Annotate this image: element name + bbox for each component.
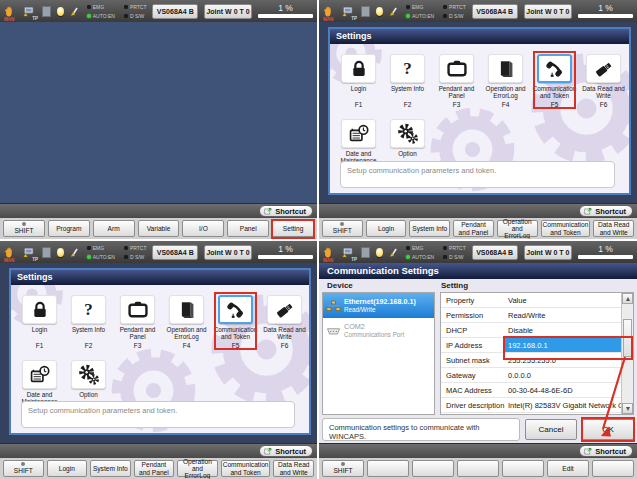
scroll-down-button[interactable]: [622, 403, 633, 414]
led-auto-enable: AUTO:EN: [87, 12, 115, 20]
fkey-arm[interactable]: Arm: [93, 220, 135, 237]
fkey-shift[interactable]: SHIFT: [322, 220, 363, 237]
fkey-system-info[interactable]: System Info: [90, 460, 131, 477]
settings-item-pendant-panel[interactable]: Pendant and Panel F3: [113, 295, 162, 349]
fkey-data-read-write[interactable]: Data Read and Write: [593, 220, 634, 237]
fkey-panel[interactable]: Panel: [227, 220, 269, 237]
fkey-empty-4[interactable]: [502, 460, 544, 477]
scroll-up-button[interactable]: [622, 293, 633, 304]
fkey-communication-token[interactable]: Communication and Token: [541, 220, 591, 237]
pendant-icon: [446, 58, 468, 80]
settings-item-system-info[interactable]: ? System Info F2: [64, 295, 113, 349]
fkey-system-info[interactable]: System Info: [409, 220, 450, 237]
ok-button[interactable]: OK: [582, 419, 634, 440]
fkey-shift[interactable]: SHIFT: [322, 460, 364, 477]
fkey-variable[interactable]: Variable: [138, 220, 180, 237]
fkey-pendant-panel[interactable]: Pendant and Panel: [453, 220, 494, 237]
settings-item-system-info[interactable]: ? System Info F2: [383, 54, 432, 108]
shortcut-button[interactable]: Shortcut: [579, 205, 633, 217]
fkey-empty-2[interactable]: [412, 460, 454, 477]
settings-window-title: Settings: [11, 270, 309, 285]
manual-mode-hand-icon: MAN: [4, 246, 17, 259]
device-item-ethernet[interactable]: Ethernet(192.168.0.1) Read/Write: [323, 293, 434, 318]
fkey-shift[interactable]: SHIFT: [3, 220, 45, 237]
settings-item-data-read-write[interactable]: Data Read and Write F6: [260, 295, 309, 349]
coordinate-mode-button[interactable]: Joint W 0 T 0: [204, 4, 252, 19]
fkey-operation-errorlog[interactable]: Operation and ErrorLog: [177, 460, 218, 477]
question-icon: ?: [403, 60, 412, 77]
settings-item-login[interactable]: Login F1: [15, 295, 64, 349]
shortcut-button[interactable]: Shortcut: [259, 445, 313, 457]
pendant-status-bar: MAN TP EMG AUTO:EN PRTCT D S/W VS068A4 B…: [319, 0, 637, 22]
status-caption-box: Communication settings to communicate wi…: [322, 418, 520, 441]
coordinate-mode-button[interactable]: Joint W 0 T 0: [204, 245, 252, 260]
shift-dot-icon: [341, 462, 345, 466]
fkey-program[interactable]: Program: [48, 220, 90, 237]
teach-pendant-icon: TP: [23, 247, 36, 258]
fkey-communication-token[interactable]: Communication and Token: [221, 460, 271, 477]
robot-type-button[interactable]: VS068A4 B: [472, 4, 518, 19]
robot-type-button[interactable]: VS068A4 B: [152, 245, 198, 260]
coordinate-mode-button[interactable]: Joint W 0 T 0: [524, 4, 572, 19]
fkey-empty-3[interactable]: [457, 460, 499, 477]
shortcut-button[interactable]: Shortcut: [579, 445, 633, 457]
fkey-login[interactable]: Login: [47, 460, 88, 477]
table-row-permission[interactable]: PermissionRead/Write: [441, 308, 621, 323]
table-row-mac-address[interactable]: MAC Address00-30-64-48-6E-6D: [441, 383, 621, 398]
robot-type-button[interactable]: VS068A4 B: [152, 4, 198, 19]
settings-item-operation-errorlog[interactable]: Operation and ErrorLog F4: [481, 54, 530, 108]
led-emg: EMG: [406, 3, 434, 11]
fkey-io[interactable]: I/O: [182, 220, 224, 237]
device-item-com2[interactable]: COM2 Communications Port: [323, 318, 434, 343]
pen-warning-icon: [70, 5, 80, 17]
coordinate-mode-button[interactable]: Joint W 0 T 0: [524, 245, 572, 260]
fkey-empty-5[interactable]: [592, 460, 634, 477]
robot-type-button[interactable]: VS068A4 B: [472, 245, 518, 260]
led-protect: PRTCT: [124, 3, 147, 11]
fkey-pendant-panel[interactable]: Pendant and Panel: [134, 460, 175, 477]
shortcut-button[interactable]: Shortcut: [259, 205, 313, 217]
settings-caption-box: Setup communication parameters and token…: [21, 401, 295, 428]
fkey-edit[interactable]: Edit: [547, 460, 589, 477]
led-protect: PRTCT: [124, 244, 147, 252]
settings-item-pendant-panel[interactable]: Pendant and Panel F3: [432, 54, 481, 108]
cancel-button[interactable]: Cancel: [525, 419, 577, 440]
speed-value: 1 %: [278, 245, 293, 254]
table-row-driver-description[interactable]: Driver descriptionIntel(R) 82583V Gigabi…: [441, 398, 621, 413]
main-blue-screen: [0, 22, 317, 203]
ethernet-icon: [326, 300, 341, 312]
settings-item-data-read-write[interactable]: Data Read and Write F6: [579, 54, 628, 108]
pen-warning-icon: [389, 5, 399, 17]
phone-icon: [544, 58, 566, 80]
settings-item-communication-token[interactable]: Communication and Token F5: [211, 295, 260, 349]
screen-settings-bottom: MAN TP EMG AUTO:EN PRTCT D S/W VS068A4 B…: [0, 241, 317, 479]
settings-item-login[interactable]: Login F1: [334, 54, 383, 108]
lamp-icon: [57, 248, 64, 257]
status-square-icon: [361, 6, 370, 17]
comm-settings-title: Communication Settings: [319, 263, 637, 279]
fkey-setting[interactable]: Setting: [272, 220, 314, 237]
speed-indicator: 1 %: [578, 245, 633, 259]
settings-item-communication-token[interactable]: Communication and Token F5: [530, 54, 579, 108]
fkey-shift[interactable]: SHIFT: [3, 460, 44, 477]
status-square-icon: [42, 247, 51, 258]
serial-port-icon: [326, 325, 341, 337]
settings-item-operation-errorlog[interactable]: Operation and ErrorLog F4: [162, 295, 211, 349]
led-auto-enable: AUTO:EN: [406, 12, 434, 20]
shortcut-icon: [264, 207, 272, 215]
shortcut-bar: Shortcut: [0, 443, 317, 458]
shortcut-icon: [584, 207, 592, 215]
settings-window-body: Login F1 ? System Info F2 Pendant and Pa…: [330, 44, 629, 193]
table-row-gateway[interactable]: Gateway0.0.0.0: [441, 368, 621, 383]
settings-caption-box: Setup communication parameters and token…: [340, 161, 615, 188]
shortcut-bar: Shortcut: [319, 443, 637, 458]
settings-window: Settings Login F1 ? System Info F2 Penda: [328, 27, 631, 195]
pendant-status-bar: MAN TP EMG AUTO:EN PRTCT D S/W VS068A4 B…: [319, 241, 637, 263]
screen-settings-top: MAN TP EMG AUTO:EN PRTCT D S/W VS068A4 B…: [319, 0, 637, 239]
fkey-data-read-write[interactable]: Data Read and Write: [273, 460, 314, 477]
fkey-operation-errorlog[interactable]: Operation and ErrorLog: [497, 220, 538, 237]
shift-dot-icon: [22, 222, 26, 226]
fkey-empty-1[interactable]: [367, 460, 409, 477]
screen-communication-settings: MAN TP EMG AUTO:EN PRTCT D S/W VS068A4 B…: [319, 241, 637, 479]
fkey-login[interactable]: Login: [366, 220, 407, 237]
